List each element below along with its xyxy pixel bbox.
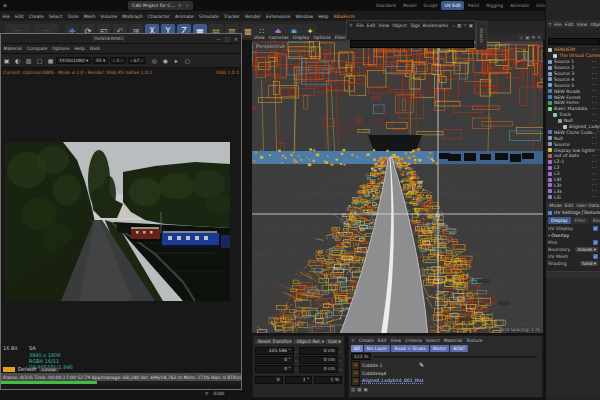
material-menu-item[interactable]: Select xyxy=(424,338,442,343)
visibility-dots-icon[interactable]: •• xyxy=(592,60,600,64)
thumbnail-icon[interactable]: ▦ xyxy=(457,23,461,28)
asset-menu-item[interactable]: Edit xyxy=(365,23,377,28)
full-frame-icon[interactable]: ▢ xyxy=(34,56,45,65)
viewer-settings-icon[interactable]: ○ xyxy=(182,56,193,65)
picture-viewer-menu-item[interactable]: Compare xyxy=(24,46,49,51)
rotation-field[interactable]: 0 ° xyxy=(255,365,294,373)
close-icon[interactable]: ✕ xyxy=(537,35,541,40)
reset-transform-button[interactable]: Reset Transform xyxy=(255,339,292,344)
frame-value-field[interactable]: 0.00 xyxy=(211,390,227,397)
grid-view-icon[interactable]: ▦ xyxy=(45,56,56,65)
tab-close-icon[interactable]: ✕ xyxy=(178,3,182,8)
zoom-stepper[interactable]: ‹ 67 › xyxy=(128,57,146,64)
refresh-icon[interactable]: ⟳ xyxy=(205,391,209,396)
visibility-dots-icon[interactable]: •• xyxy=(592,89,600,93)
visibility-dots-icon[interactable]: •• xyxy=(592,119,600,123)
search-icon[interactable]: ⌕ xyxy=(452,23,455,28)
material-menu-item[interactable]: Edit xyxy=(376,338,389,343)
viewport-menu-item[interactable]: View xyxy=(252,35,267,40)
object-tree-item[interactable]: L3i •• xyxy=(546,194,600,200)
coord-size-dropdown[interactable]: Size ▾ xyxy=(325,339,342,344)
menu-item[interactable]: Character xyxy=(145,14,172,19)
material-layer-tab[interactable]: BOAT xyxy=(450,345,468,352)
asset-menu-item[interactable]: View xyxy=(377,23,391,28)
visibility-dots-icon[interactable]: •• xyxy=(592,66,600,70)
material-layer-tab[interactable]: All xyxy=(351,345,363,352)
material-menu-item[interactable]: Material xyxy=(442,338,464,343)
icon-view-icon[interactable]: ▦ xyxy=(357,387,361,392)
material-item[interactable]: Aligned_Ladybird_001_Mat xyxy=(349,377,542,385)
visibility-dots-icon[interactable]: •• xyxy=(592,48,600,52)
menu-item[interactable]: Create xyxy=(26,14,46,19)
visibility-dots-icon[interactable]: •• xyxy=(592,72,600,76)
viewport-menu-item[interactable]: Cameras xyxy=(267,35,291,40)
menu-item-plugin[interactable]: RibaForm xyxy=(331,14,357,19)
object-tree-item[interactable]: Display low lights •• xyxy=(546,147,600,153)
color-swatch[interactable] xyxy=(3,367,15,372)
fit-dropdown[interactable]: Fit ▾ xyxy=(93,57,108,64)
menu-item[interactable]: MoGraph xyxy=(120,14,145,19)
menu-item[interactable]: Extensions xyxy=(263,14,292,19)
detach-icon[interactable]: ▣ xyxy=(469,23,473,28)
menu-item[interactable]: File xyxy=(0,14,13,19)
visibility-dots-icon[interactable]: •• xyxy=(592,136,600,140)
viewport-menu-item[interactable]: Options xyxy=(311,35,332,40)
visibility-dots-icon[interactable]: •• xyxy=(592,195,600,199)
attribute-tab[interactable]: Back xyxy=(590,217,600,224)
compare-ab-icon[interactable]: ◐ xyxy=(12,56,23,65)
layout-icon[interactable]: ⊞ xyxy=(531,35,535,40)
picture-viewer-menu-item[interactable]: Help xyxy=(72,46,87,51)
menu-item[interactable]: Tracker xyxy=(221,14,242,19)
checkbox[interactable]: ✓ xyxy=(593,226,598,231)
visibility-dots-icon[interactable]: •• xyxy=(592,183,600,187)
object-manager-menu-item[interactable]: Edit xyxy=(563,22,575,27)
compact-view-icon[interactable]: ▣ xyxy=(364,387,368,392)
picture-viewer-menu-item[interactable]: Options xyxy=(50,46,72,51)
viewport-menu-item[interactable]: Display xyxy=(291,35,312,40)
picture-viewer-titlebar[interactable]: [RENDERING] —▢✕ xyxy=(1,34,241,44)
asset-search-input[interactable] xyxy=(350,40,474,48)
size-field[interactable]: 0 cm xyxy=(299,347,338,355)
workspace-tab[interactable]: Rigging xyxy=(483,1,506,10)
menu-item[interactable]: Mesh xyxy=(81,14,98,19)
visibility-dots-icon[interactable]: •• xyxy=(592,154,600,158)
visibility-dots-icon[interactable]: •• xyxy=(592,160,600,164)
object-tree-item[interactable]: NEW Clone Code... •• xyxy=(546,129,600,135)
material-scrollbar[interactable] xyxy=(374,356,537,358)
visibility-dots-icon[interactable]: •• xyxy=(592,142,600,146)
material-layer-tab[interactable]: Water xyxy=(430,345,450,352)
workspace-tab[interactable]: Model xyxy=(400,1,420,10)
visibility-dots-icon[interactable]: •• xyxy=(592,101,600,105)
picture-viewer-control-button[interactable]: ✕ xyxy=(234,36,238,42)
visibility-dots-icon[interactable]: •• xyxy=(594,148,600,152)
visibility-dots-icon[interactable]: •• xyxy=(592,83,600,87)
size-field[interactable]: 0 cm xyxy=(299,356,338,364)
workspace-tab[interactable]: UV Edit xyxy=(441,1,464,10)
material-layer-tab[interactable]: Road + Grass xyxy=(391,345,428,352)
project-tab[interactable]: C4D Project for C... ✕ + xyxy=(128,1,193,10)
perspective-viewport[interactable]: Perspective The Virtual Camera Grid ▸ Gr… xyxy=(252,41,543,333)
material-item[interactable]: Cobblesq4 xyxy=(349,369,542,377)
coordinate-footer-field[interactable]: 1 % xyxy=(314,376,342,384)
visibility-dots-icon[interactable]: •• xyxy=(592,107,600,111)
workspace-tab[interactable]: Animate xyxy=(507,1,532,10)
frame-stepper[interactable]: ‹ 1 › xyxy=(110,57,125,64)
picture-viewer-control-button[interactable]: — xyxy=(216,36,221,42)
visibility-dots-icon[interactable]: •• xyxy=(592,189,600,193)
menu-item[interactable]: Animate xyxy=(172,14,196,19)
assets-vertical-tab[interactable]: Assets xyxy=(476,21,487,50)
menu-item[interactable]: Help xyxy=(316,14,331,19)
menu-item[interactable]: Window xyxy=(293,14,316,19)
workspace-tab[interactable]: Sculpt xyxy=(420,1,440,10)
material-menu-item[interactable]: Criteria xyxy=(403,338,424,343)
asset-menu-item[interactable]: File xyxy=(355,23,366,28)
material-item[interactable]: Cobble 1 xyxy=(349,361,542,369)
dropdown[interactable]: Solid ▾ xyxy=(580,261,598,266)
rotation-field[interactable]: 0 ° xyxy=(255,356,294,364)
attribute-menu-item[interactable]: User Data xyxy=(575,203,600,208)
menu-item[interactable]: Tools xyxy=(65,14,81,19)
visibility-dots-icon[interactable]: •• xyxy=(592,178,600,182)
list-view-icon[interactable]: ▤ xyxy=(351,387,355,392)
hamburger-icon[interactable]: ≡ xyxy=(349,23,353,28)
asset-menu-item[interactable]: Bookmarks xyxy=(421,23,449,28)
